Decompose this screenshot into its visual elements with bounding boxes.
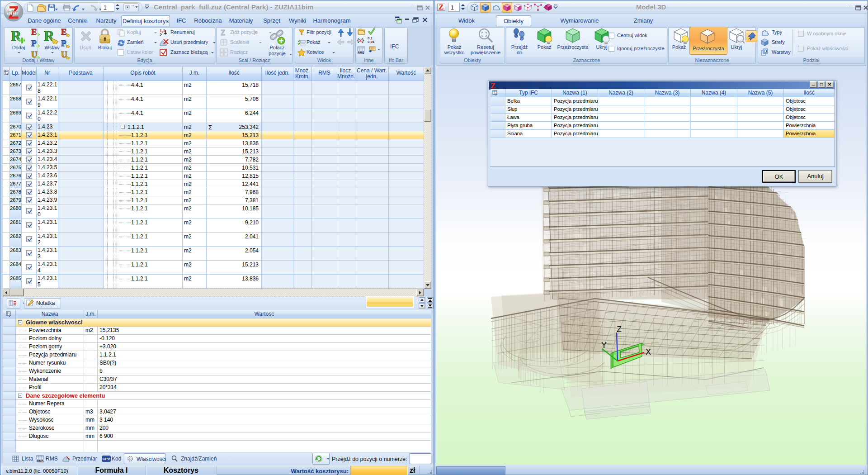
svg-text:bim: bim [7, 9, 19, 16]
svg-text:RMS: RMS [37, 460, 44, 463]
svg-text:E: E [61, 28, 67, 37]
svg-text:2: 2 [160, 33, 162, 37]
svg-text:Y: Y [601, 341, 607, 350]
svg-text:P: P [31, 39, 37, 48]
svg-text:P: P [61, 39, 66, 48]
svg-text:CPV: CPV [103, 457, 110, 461]
svg-text:Z: Z [617, 325, 622, 334]
svg-text:RMS: RMS [358, 51, 364, 54]
svg-text:Z: Z [221, 29, 225, 37]
svg-text:X: X [646, 347, 651, 356]
